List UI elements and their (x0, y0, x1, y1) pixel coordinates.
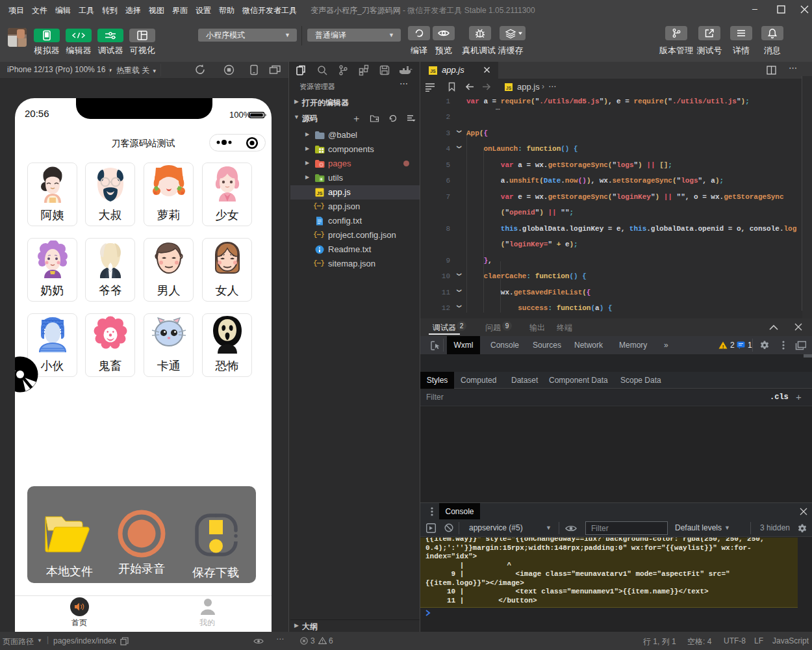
svg-text:JS: JS (506, 86, 512, 90)
svg-text:JS: JS (316, 190, 322, 196)
svg-text:JS: JS (430, 69, 436, 73)
svg-text:!: ! (722, 344, 724, 350)
